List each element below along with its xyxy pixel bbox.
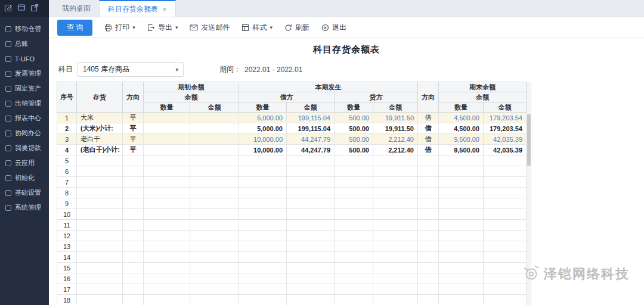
cell-beg_amt[interactable] bbox=[190, 145, 239, 155]
cell-crd_qty[interactable] bbox=[335, 177, 373, 188]
cell-crd_amt[interactable] bbox=[373, 241, 418, 252]
cell-beg_amt[interactable] bbox=[190, 188, 239, 198]
cell-crd_qty[interactable] bbox=[335, 241, 373, 252]
style-button[interactable]: 样式▾ bbox=[242, 23, 273, 33]
cell-deb_amt[interactable] bbox=[287, 241, 335, 252]
cell-beg_amt[interactable] bbox=[190, 123, 239, 134]
cell-dir2[interactable] bbox=[418, 231, 439, 241]
cell-deb_amt[interactable] bbox=[287, 155, 335, 166]
cell-inventory[interactable] bbox=[77, 198, 123, 209]
cell-beg_amt[interactable] bbox=[190, 177, 239, 188]
sidebar-item-12[interactable]: 基础设置 bbox=[0, 185, 49, 200]
cell-dir2[interactable] bbox=[418, 263, 439, 273]
cell-crd_amt[interactable]: 2,212.40 bbox=[373, 145, 418, 155]
panel-icon[interactable] bbox=[17, 4, 26, 14]
cell-deb_qty[interactable] bbox=[239, 252, 287, 263]
cell-dir2[interactable] bbox=[418, 252, 439, 263]
cell-dir1[interactable] bbox=[123, 273, 144, 284]
sidebar-item-7[interactable]: 报表中心 bbox=[0, 111, 49, 126]
cell-end_qty[interactable] bbox=[439, 231, 484, 241]
cell-beg_qty[interactable] bbox=[144, 231, 190, 241]
cell-beg_qty[interactable] bbox=[144, 177, 190, 188]
table-row[interactable]: 12 bbox=[57, 231, 527, 241]
cell-end_amt[interactable] bbox=[484, 209, 527, 220]
cell-seq[interactable]: 2 bbox=[57, 123, 77, 134]
cell-dir2[interactable] bbox=[418, 166, 439, 177]
cell-beg_amt[interactable] bbox=[190, 166, 239, 177]
cell-deb_qty[interactable] bbox=[239, 155, 287, 166]
cell-deb_amt[interactable]: 44,247.79 bbox=[287, 134, 335, 145]
cell-seq[interactable]: 14 bbox=[57, 252, 77, 263]
cell-crd_qty[interactable] bbox=[335, 295, 373, 305]
cell-deb_qty[interactable] bbox=[239, 273, 287, 284]
cell-end_amt[interactable] bbox=[484, 177, 527, 188]
cell-crd_qty[interactable] bbox=[335, 263, 373, 273]
query-button[interactable]: 查 询 bbox=[57, 20, 92, 36]
cell-seq[interactable]: 5 bbox=[57, 155, 77, 166]
cell-beg_amt[interactable] bbox=[190, 198, 239, 209]
cell-seq[interactable]: 8 bbox=[57, 188, 77, 198]
cell-seq[interactable]: 11 bbox=[57, 220, 77, 231]
cell-dir2[interactable]: 借 bbox=[418, 123, 439, 134]
cell-beg_qty[interactable] bbox=[144, 209, 190, 220]
refresh-button[interactable]: 刷新 bbox=[284, 23, 309, 33]
cell-deb_amt[interactable] bbox=[287, 209, 335, 220]
cell-beg_qty[interactable] bbox=[144, 134, 190, 145]
cell-end_qty[interactable] bbox=[439, 252, 484, 263]
cell-beg_amt[interactable] bbox=[190, 241, 239, 252]
cell-beg_qty[interactable] bbox=[144, 166, 190, 177]
cell-crd_amt[interactable] bbox=[373, 188, 418, 198]
cell-crd_amt[interactable] bbox=[373, 198, 418, 209]
cell-end_qty[interactable] bbox=[439, 241, 484, 252]
cell-deb_qty[interactable] bbox=[239, 166, 287, 177]
cell-crd_amt[interactable] bbox=[373, 273, 418, 284]
cell-seq[interactable]: 10 bbox=[57, 209, 77, 220]
cell-end_qty[interactable] bbox=[439, 166, 484, 177]
cell-crd_amt[interactable] bbox=[373, 231, 418, 241]
table-row[interactable]: 15 bbox=[57, 263, 527, 273]
exit-button[interactable]: 退出 bbox=[321, 23, 346, 33]
cell-crd_amt[interactable]: 19,911.50 bbox=[373, 123, 418, 134]
table-row[interactable]: 18 bbox=[57, 295, 527, 305]
cell-crd_qty[interactable] bbox=[335, 252, 373, 263]
cell-end_qty[interactable] bbox=[439, 155, 484, 166]
cell-end_amt[interactable]: 42,035.39 bbox=[484, 134, 527, 145]
cell-deb_qty[interactable] bbox=[239, 209, 287, 220]
cell-end_qty[interactable] bbox=[439, 220, 484, 231]
cell-beg_qty[interactable] bbox=[144, 113, 190, 123]
cell-deb_amt[interactable]: 44,247.79 bbox=[287, 145, 335, 155]
cell-beg_amt[interactable] bbox=[190, 155, 239, 166]
cell-end_qty[interactable] bbox=[439, 198, 484, 209]
cell-beg_amt[interactable] bbox=[190, 220, 239, 231]
cell-deb_amt[interactable] bbox=[287, 295, 335, 305]
cell-end_qty[interactable] bbox=[439, 284, 484, 295]
cell-end_qty[interactable] bbox=[439, 273, 484, 284]
table-row[interactable]: 7 bbox=[57, 177, 527, 188]
table-row[interactable]: 14 bbox=[57, 252, 527, 263]
cell-dir2[interactable] bbox=[418, 209, 439, 220]
cell-deb_qty[interactable]: 10,000.00 bbox=[239, 134, 287, 145]
table-row[interactable]: 16 bbox=[57, 273, 527, 284]
cell-inventory[interactable] bbox=[77, 284, 123, 295]
cell-dir1[interactable] bbox=[123, 198, 144, 209]
cell-deb_amt[interactable] bbox=[287, 273, 335, 284]
sidebar-item-9[interactable]: 我要贷款 bbox=[0, 141, 49, 155]
send-mail-button[interactable]: 发送邮件 bbox=[190, 23, 230, 33]
cell-inventory[interactable] bbox=[77, 209, 123, 220]
cell-end_amt[interactable]: 179,203.54 bbox=[484, 113, 527, 123]
cell-crd_amt[interactable]: 19,911.50 bbox=[373, 113, 418, 123]
cell-seq[interactable]: 17 bbox=[57, 284, 77, 295]
tab-my-desktop[interactable]: 我的桌面 bbox=[54, 0, 99, 17]
cell-inventory[interactable] bbox=[77, 273, 123, 284]
cell-crd_amt[interactable]: 2,212.40 bbox=[373, 134, 418, 145]
cell-beg_amt[interactable] bbox=[190, 273, 239, 284]
cell-dir1[interactable]: 平 bbox=[123, 145, 144, 155]
cell-deb_amt[interactable]: 199,115.04 bbox=[287, 123, 335, 134]
cell-end_qty[interactable]: 4,500.00 bbox=[439, 113, 484, 123]
cell-seq[interactable]: 1 bbox=[57, 113, 77, 123]
cell-deb_qty[interactable] bbox=[239, 220, 287, 231]
cell-deb_qty[interactable]: 10,000.00 bbox=[239, 145, 287, 155]
cell-crd_qty[interactable] bbox=[335, 155, 373, 166]
export-button[interactable]: 导出▾ bbox=[147, 23, 178, 33]
cell-crd_qty[interactable] bbox=[335, 198, 373, 209]
